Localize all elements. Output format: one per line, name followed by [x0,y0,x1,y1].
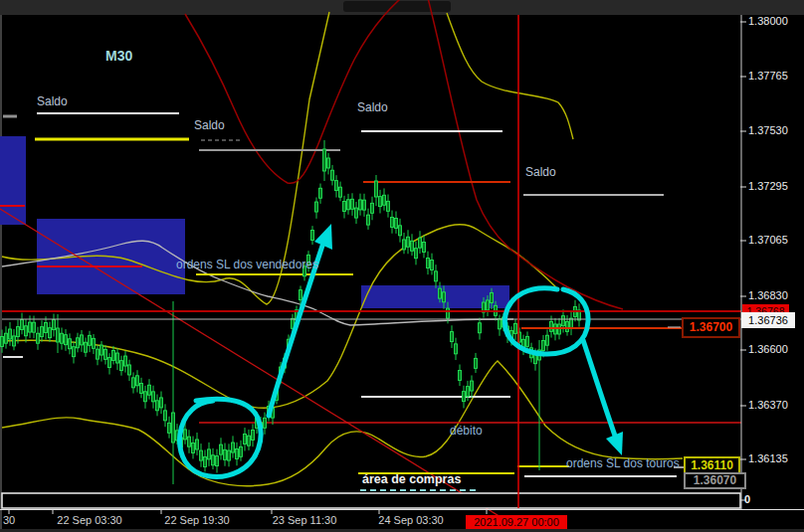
time-tick-label: 22 Sep 19:30 [164,514,229,526]
candle [57,328,60,342]
candle [315,202,318,212]
saldo-label-1[interactable]: Saldo [37,94,68,108]
candle [367,215,370,225]
highlighted-date-label: 2021.09.27 00:00 [466,515,567,529]
candle [73,347,76,357]
time-tick-label: 22 Sep 03:30 [57,514,121,526]
candle [77,338,80,348]
bid-price-label: 1.36736 [741,312,795,328]
price-tick-label: 1.36600 [748,343,788,355]
candle [323,149,326,171]
zero-axis-label: 0 [744,493,750,505]
candle [264,418,267,428]
bulls-sl-label[interactable]: ordens SL dos touros [566,456,680,470]
saldo-label-2[interactable]: Saldo [194,118,225,132]
saldo-label-3[interactable]: Saldo [357,100,388,114]
candle [120,361,123,371]
candle [475,358,478,368]
candle [403,240,406,250]
buy-zone-rectangle[interactable] [2,493,740,508]
price-tick-label: 1.37065 [748,234,788,246]
candle [526,336,529,346]
candle [220,444,223,454]
price-tick-label: 1.36370 [748,399,788,411]
darkred-envelope-right [427,0,623,309]
candle [216,456,219,466]
time-tick-label: 30 [3,514,15,526]
candle [124,356,127,366]
candle [335,181,338,191]
candle [49,328,52,338]
candle [188,437,191,446]
candle [85,342,88,352]
price-tag-1-36070[interactable]: 1.36070 [684,472,746,489]
candle [184,430,187,440]
candle [327,158,330,168]
candle [463,392,466,402]
candle [148,385,151,395]
candle [5,333,8,343]
candle [443,292,446,302]
time-tick-label: 23 Sep 11:30 [273,514,337,526]
candle [244,434,247,443]
candle [65,335,68,345]
bollinger-upper-band-right [447,13,573,139]
candle [375,181,378,197]
candle [112,350,115,360]
candle [33,322,36,332]
candle [252,431,255,441]
cyan-down-arrowhead[interactable] [606,432,623,455]
candle [431,260,434,269]
debit-label[interactable]: débito [450,424,483,438]
candle [423,242,426,252]
candle [447,308,450,318]
candle [395,218,398,228]
candle [566,321,569,331]
candle [164,411,167,421]
candle [455,344,458,354]
candle [363,200,366,210]
candle [300,290,302,300]
candle [208,449,211,459]
candle [499,319,502,329]
candle [212,455,215,465]
candle [224,449,227,459]
sellers-sl-label[interactable]: ordens SL dos vendedores [176,258,318,271]
candle [415,249,418,259]
cyan-down-arrow-shaft[interactable] [583,340,616,439]
candle [128,365,131,375]
candle [69,339,72,349]
candle [232,443,235,452]
candle [13,336,16,346]
price-tag-1-36700[interactable]: 1.36700 [682,317,740,338]
chart-canvas[interactable] [0,0,804,532]
candle [61,333,64,343]
candle [200,450,203,460]
candle [45,322,48,332]
candle [93,338,96,348]
candle [204,456,207,466]
candle [140,384,143,394]
candle [487,300,490,310]
candle [355,208,358,218]
candle [248,436,251,445]
buy-area-label[interactable]: área de compras [362,472,461,486]
candle [419,238,422,248]
candle [21,319,24,329]
candle [89,335,92,345]
candle [172,413,175,443]
candle [467,387,470,397]
saldo-label-4[interactable]: Saldo [525,165,556,179]
candle [53,320,56,330]
candle [108,358,111,368]
candle [558,324,561,334]
candle [542,341,545,351]
candle [562,316,565,326]
candle [343,202,346,212]
candle [387,201,390,211]
candle [196,440,199,449]
price-tick-label: 1.37765 [748,70,788,82]
candle [411,241,414,251]
candle [100,345,103,355]
candle [1,336,4,346]
